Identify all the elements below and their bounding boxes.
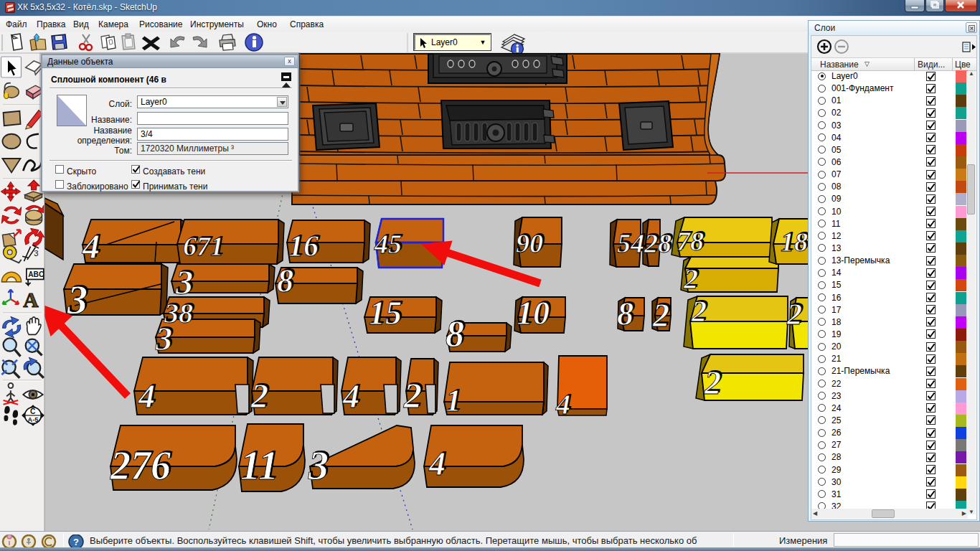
svg-text:1: 1: [446, 383, 461, 418]
svg-text:8: 8: [277, 263, 293, 299]
svg-text:18: 18: [781, 227, 808, 257]
svg-text:8: 8: [446, 314, 464, 354]
svg-text:?: ?: [73, 537, 79, 547]
svg-text:4: 4: [555, 388, 570, 420]
svg-text:2: 2: [250, 377, 268, 415]
svg-text:C: C: [30, 408, 36, 415]
svg-text:2: 2: [786, 298, 802, 331]
svg-text:A-5: A-5: [28, 416, 39, 423]
svg-text:3: 3: [308, 443, 329, 488]
svg-text:2: 2: [403, 375, 422, 415]
svg-text:A: A: [23, 288, 39, 311]
svg-text:8: 8: [617, 296, 633, 332]
svg-text:78: 78: [677, 226, 704, 256]
svg-text:2: 2: [704, 364, 721, 401]
svg-text:2: 2: [652, 297, 669, 334]
svg-text:2: 2: [683, 263, 698, 295]
svg-text:5428: 5428: [617, 228, 672, 258]
svg-text:3: 3: [34, 249, 38, 258]
svg-text:3: 3: [155, 321, 172, 357]
svg-text:4: 4: [138, 378, 155, 415]
svg-text:90: 90: [516, 228, 543, 258]
svg-text:2: 2: [691, 295, 707, 328]
svg-text:4: 4: [82, 227, 100, 265]
svg-text:45: 45: [374, 229, 402, 259]
svg-text:ABC: ABC: [28, 270, 44, 278]
svg-text:276: 276: [110, 443, 171, 488]
svg-text:4: 4: [428, 446, 446, 482]
svg-text:4: 4: [342, 378, 359, 415]
svg-text:671: 671: [183, 231, 224, 261]
svg-text:10: 10: [517, 295, 550, 331]
svg-text:15: 15: [369, 295, 402, 331]
svg-text:11: 11: [240, 443, 278, 488]
svg-text:16: 16: [288, 230, 319, 263]
